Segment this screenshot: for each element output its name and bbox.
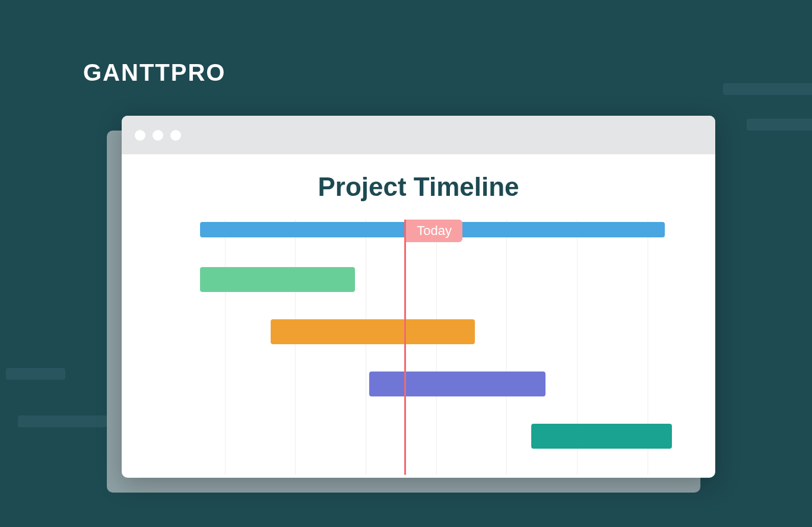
bg-decor [18, 415, 107, 427]
today-marker-line [404, 220, 406, 475]
gantt-bar[interactable] [200, 267, 355, 292]
bg-decor [723, 83, 812, 95]
app-window: Project Timeline Today [122, 116, 715, 478]
brand-logo: GANTTPRO [83, 59, 226, 86]
today-flag: Today [406, 220, 462, 242]
window-dot-icon [153, 130, 163, 141]
gantt-bar[interactable] [531, 424, 672, 449]
bg-decor [6, 368, 65, 380]
gantt-bar[interactable] [369, 372, 545, 396]
gantt-canvas: Today [154, 220, 683, 475]
gantt-bar[interactable] [271, 319, 475, 344]
gridline [225, 220, 226, 475]
bg-decor [747, 119, 812, 131]
gridline [436, 220, 437, 475]
chart-title: Project Timeline [154, 172, 683, 202]
gridline [295, 220, 296, 475]
window-dot-icon [170, 130, 181, 141]
window-dot-icon [135, 130, 145, 141]
window-title-bar [122, 116, 715, 154]
gridline [366, 220, 366, 475]
chart-area: Project Timeline Today [122, 154, 715, 478]
gridline [506, 220, 507, 475]
